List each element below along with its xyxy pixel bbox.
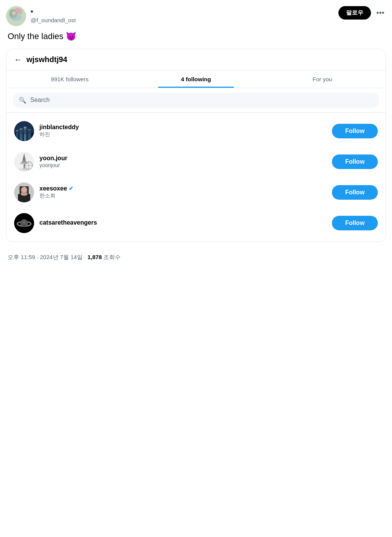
user-info: * @f_oundandl_ost (31, 9, 76, 23)
svg-rect-14 (20, 129, 21, 130)
avatar[interactable] (14, 213, 34, 233)
avatar[interactable] (14, 182, 34, 202)
card-header: ← wjswhdtj94 (7, 49, 385, 71)
avatar[interactable] (14, 121, 34, 141)
follow-button[interactable]: Follow (332, 124, 378, 138)
avatar[interactable] (6, 6, 26, 26)
search-icon: 🔍 (19, 97, 26, 104)
tweet-container: * @f_oundandl_ost 팔로우 ••• Only the ladie… (0, 0, 392, 268)
search-placeholder: Search (30, 97, 50, 103)
svg-rect-17 (26, 127, 26, 128)
following-card: ← wjswhdtj94 991K followers 4 following … (6, 49, 386, 242)
verified-badge-icon: ✔ (69, 185, 74, 192)
card-username: wjswhdtj94 (26, 55, 67, 64)
tweet-header: * @f_oundandl_ost 팔로우 ••• (6, 6, 386, 26)
user-handle: catsaretheavengers (39, 219, 327, 226)
tab-followers[interactable]: 991K followers (7, 71, 133, 88)
main-follow-button[interactable]: 팔로우 (338, 6, 371, 20)
list-item: jinblancteddy 하진 Follow (7, 116, 385, 146)
svg-point-4 (12, 11, 16, 15)
user-details: yoon.jour yoonjour (39, 155, 327, 168)
tab-following[interactable]: 4 following (133, 71, 259, 88)
svg-point-42 (23, 221, 25, 223)
back-arrow-icon[interactable]: ← (14, 55, 22, 64)
tabs-container: 991K followers 4 following For you (7, 71, 385, 88)
svg-point-36 (21, 192, 28, 196)
more-options-button[interactable]: ••• (375, 7, 386, 19)
svg-rect-19 (29, 130, 30, 130)
avatar[interactable] (14, 152, 34, 172)
user-details: catsaretheavengers (39, 219, 327, 227)
display-name: * (31, 9, 76, 17)
views-label: 조회수 (102, 254, 121, 260)
more-dots-icon: ••• (376, 8, 384, 17)
tweet-header-left: * @f_oundandl_ost (6, 6, 76, 26)
follow-button[interactable]: Follow (332, 154, 378, 169)
tweet-timestamp: 오후 11:59 · 2024년 7월 14일 · (8, 254, 87, 260)
svg-point-5 (18, 13, 21, 16)
user-list: jinblancteddy 하진 Follow (7, 113, 385, 241)
search-container: 🔍 Search (7, 88, 385, 113)
user-handle: yoon.jour (39, 155, 327, 162)
user-details: jinblancteddy 하진 (39, 124, 327, 138)
tab-for-you[interactable]: For you (259, 71, 385, 88)
list-item: yoon.jour yoonjour Follow (7, 146, 385, 177)
follow-button[interactable]: Follow (332, 185, 378, 200)
list-item: xeesoxee ✔ 한소희 Follow (7, 177, 385, 208)
svg-rect-27 (20, 163, 28, 164)
user-display-name: yoonjour (39, 162, 327, 168)
follow-button[interactable]: Follow (332, 216, 378, 230)
username: @f_oundandl_ost (31, 17, 76, 23)
svg-rect-16 (24, 127, 25, 128)
search-box[interactable]: 🔍 Search (13, 93, 379, 108)
tweet-content: Only the ladies 😈 (6, 31, 386, 43)
svg-rect-25 (22, 161, 26, 162)
user-display-name: 하진 (39, 131, 327, 138)
views-count: 1,878 (87, 254, 102, 260)
svg-rect-24 (23, 159, 26, 161)
tweet-header-right: 팔로우 ••• (338, 6, 386, 20)
svg-point-20 (16, 130, 32, 134)
user-handle: xeesoxee ✔ (39, 185, 327, 192)
user-display-name: 한소희 (39, 192, 327, 199)
user-details: xeesoxee ✔ 한소희 (39, 185, 327, 199)
user-handle: jinblancteddy (39, 124, 327, 131)
svg-rect-15 (21, 129, 22, 130)
tweet-footer: 오후 11:59 · 2024년 7월 14일 · 1,878 조회수 (6, 248, 386, 268)
list-item: catsaretheavengers Follow (7, 208, 385, 238)
